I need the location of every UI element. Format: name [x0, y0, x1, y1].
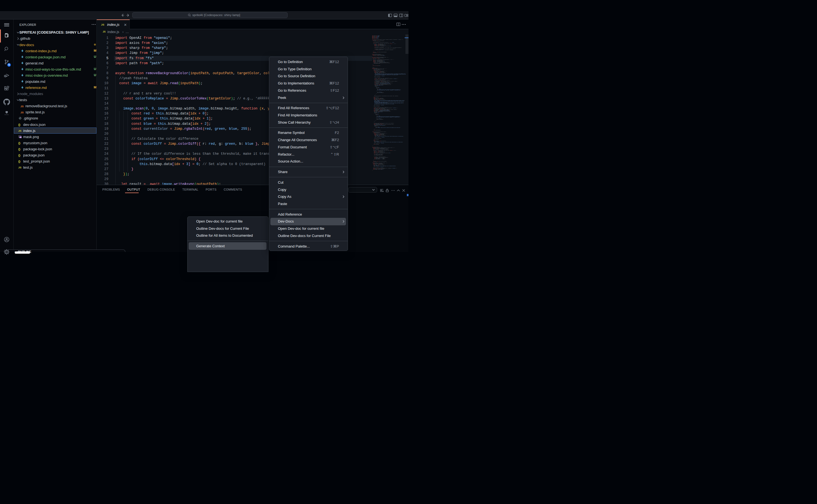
- svg-text:Dev-Docs: Dev-Docs: [5, 114, 9, 115]
